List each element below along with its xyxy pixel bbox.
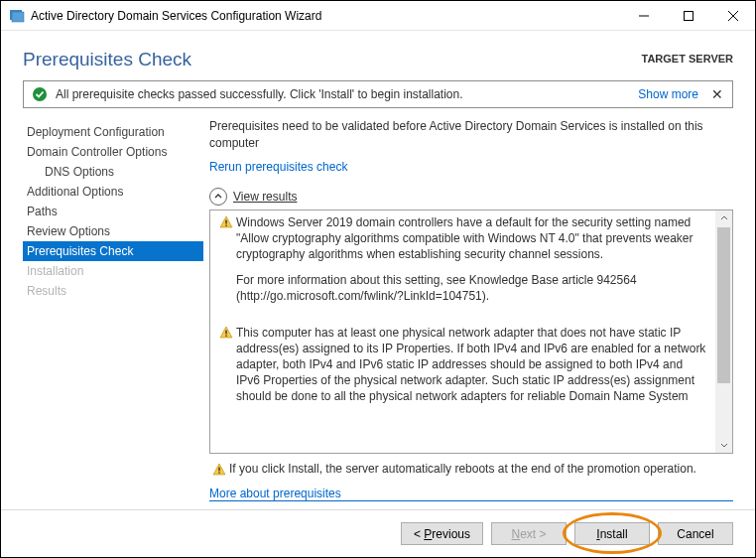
scroll-down-button[interactable] xyxy=(715,436,732,453)
footer-warning: If you click Install, the server automat… xyxy=(209,462,733,477)
next-button: Next > xyxy=(491,522,567,545)
rerun-link[interactable]: Rerun prerequisites check xyxy=(209,160,733,174)
minimize-button[interactable] xyxy=(621,1,666,30)
result-text: Windows Server 2019 domain controllers h… xyxy=(236,214,709,315)
scrollbar[interactable] xyxy=(715,210,732,453)
more-about-link[interactable]: More about prerequisites xyxy=(209,487,733,501)
svg-rect-10 xyxy=(225,335,226,336)
svg-rect-3 xyxy=(684,11,693,20)
maximize-button[interactable] xyxy=(666,1,710,30)
scroll-up-button[interactable] xyxy=(715,210,732,227)
warning-icon xyxy=(216,325,236,415)
banner-text: All prerequisite checks passed successfu… xyxy=(56,87,638,101)
button-row: < Previous Next > Install Cancel xyxy=(1,509,755,557)
header-row: Prerequisites Check TARGET SERVER xyxy=(1,31,755,80)
result-item: This computer has at least one physical … xyxy=(216,325,709,415)
nav-sidebar: Deployment Configuration Domain Controll… xyxy=(23,118,203,509)
svg-rect-8 xyxy=(225,224,226,225)
show-more-link[interactable]: Show more xyxy=(638,87,698,101)
success-icon xyxy=(32,86,48,102)
intro-text: Prerequisites need to be validated befor… xyxy=(209,118,733,152)
view-results-label[interactable]: View results xyxy=(233,190,297,204)
previous-button[interactable]: < Previous xyxy=(401,522,483,545)
install-button[interactable]: Install xyxy=(574,522,650,545)
content-area: Prerequisites Check TARGET SERVER All pr… xyxy=(1,31,755,557)
warning-icon xyxy=(209,462,229,477)
footer-warning-text: If you click Install, the server automat… xyxy=(229,462,696,476)
scroll-track[interactable] xyxy=(715,227,732,436)
wizard-window: Active Directory Domain Services Configu… xyxy=(0,0,756,558)
sidebar-item-domain-controller-options[interactable]: Domain Controller Options xyxy=(23,142,203,162)
sidebar-item-installation: Installation xyxy=(23,261,203,281)
scroll-thumb[interactable] xyxy=(717,227,730,384)
sidebar-item-results: Results xyxy=(23,281,203,301)
svg-rect-11 xyxy=(218,468,219,472)
main-pane: Prerequisites need to be validated befor… xyxy=(203,118,733,509)
close-button[interactable] xyxy=(710,1,755,30)
result-text: This computer has at least one physical … xyxy=(236,325,709,415)
page-title: Prerequisites Check xyxy=(23,49,191,70)
app-icon xyxy=(9,8,25,24)
svg-rect-1 xyxy=(12,12,24,22)
view-results-toggle[interactable]: View results xyxy=(209,188,733,206)
sidebar-item-dns-options[interactable]: DNS Options xyxy=(23,162,203,182)
sidebar-item-additional-options[interactable]: Additional Options xyxy=(23,182,203,202)
window-title: Active Directory Domain Services Configu… xyxy=(31,9,621,23)
sidebar-item-paths[interactable]: Paths xyxy=(23,202,203,221)
install-highlight: Install xyxy=(574,522,650,545)
main-row: Deployment Configuration Domain Controll… xyxy=(1,118,755,509)
status-banner: All prerequisite checks passed successfu… xyxy=(23,80,733,108)
cancel-button[interactable]: Cancel xyxy=(658,522,733,545)
warning-icon xyxy=(216,214,236,315)
window-controls xyxy=(621,1,755,30)
svg-rect-9 xyxy=(225,330,226,334)
target-server-label: TARGET SERVER xyxy=(642,53,734,65)
chevron-up-icon[interactable] xyxy=(209,188,227,206)
svg-point-6 xyxy=(33,87,47,101)
titlebar: Active Directory Domain Services Configu… xyxy=(1,1,755,31)
banner-close-icon[interactable]: ✕ xyxy=(710,86,724,102)
result-item: Windows Server 2019 domain controllers h… xyxy=(216,214,709,315)
svg-rect-7 xyxy=(225,219,226,223)
svg-rect-12 xyxy=(218,473,219,474)
results-content: Windows Server 2019 domain controllers h… xyxy=(210,210,715,453)
sidebar-item-review-options[interactable]: Review Options xyxy=(23,221,203,241)
sidebar-item-prerequisites-check[interactable]: Prerequisites Check xyxy=(23,241,203,261)
sidebar-item-deployment-configuration[interactable]: Deployment Configuration xyxy=(23,122,203,142)
results-box: Windows Server 2019 domain controllers h… xyxy=(209,209,733,454)
